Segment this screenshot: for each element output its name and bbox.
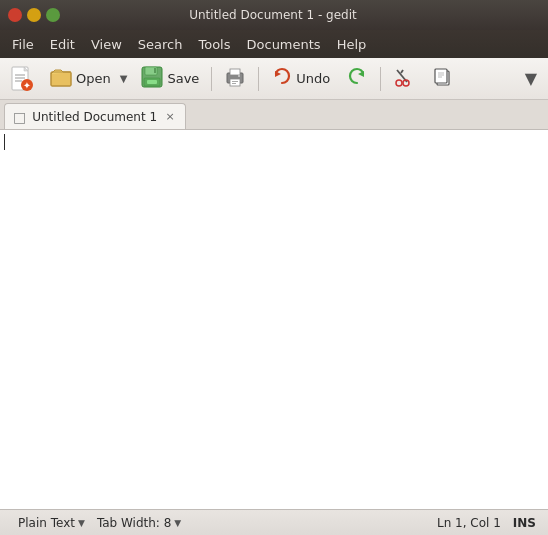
- undo-label: Undo: [296, 71, 330, 86]
- maximize-button[interactable]: [46, 8, 60, 22]
- toolbar: ✦ Open ▼: [0, 58, 548, 100]
- menu-documents[interactable]: Documents: [239, 34, 329, 55]
- toolbar-sep-3: [380, 67, 381, 91]
- tab-width-chevron-icon: ▼: [174, 518, 181, 528]
- tabbar: □ Untitled Document 1 ×: [0, 100, 548, 130]
- svg-rect-27: [435, 69, 447, 83]
- language-selector[interactable]: Plain Text ▼: [12, 514, 91, 532]
- svg-point-24: [396, 80, 402, 86]
- new-icon: ✦: [11, 66, 33, 92]
- menubar: File Edit View Search Tools Documents He…: [0, 30, 548, 58]
- svg-marker-20: [275, 71, 281, 77]
- toolbar-more-icon: ▼: [525, 69, 537, 88]
- menu-file[interactable]: File: [4, 34, 42, 55]
- editor-area[interactable]: [0, 130, 548, 509]
- svg-rect-16: [230, 79, 240, 86]
- titlebar: Untitled Document 1 - gedit: [0, 0, 548, 30]
- cut-button[interactable]: [386, 62, 422, 96]
- copy-button[interactable]: [424, 62, 460, 96]
- toolbar-sep-1: [211, 67, 212, 91]
- language-chevron-icon: ▼: [78, 518, 85, 528]
- undo-button[interactable]: Undo: [264, 62, 337, 96]
- print-button[interactable]: [217, 62, 253, 96]
- svg-marker-21: [358, 71, 364, 77]
- new-button[interactable]: ✦: [4, 62, 40, 96]
- svg-text:✦: ✦: [23, 80, 31, 91]
- redo-button[interactable]: [339, 62, 375, 96]
- document-tab[interactable]: □ Untitled Document 1 ×: [4, 103, 186, 129]
- tab-label: Untitled Document 1: [32, 110, 157, 124]
- tab-width-label: Tab Width: 8: [97, 516, 171, 530]
- print-icon: [224, 66, 246, 91]
- status-right: Ln 1, Col 1 INS: [437, 516, 536, 530]
- svg-rect-7: [51, 72, 71, 86]
- tab-width-selector[interactable]: Tab Width: 8 ▼: [91, 514, 187, 532]
- toolbar-sep-2: [258, 67, 259, 91]
- save-icon: [140, 65, 164, 92]
- menu-edit[interactable]: Edit: [42, 34, 83, 55]
- menu-help[interactable]: Help: [329, 34, 375, 55]
- redo-icon: [346, 66, 368, 91]
- close-button[interactable]: [8, 8, 22, 22]
- open-dropdown-button[interactable]: ▼: [115, 62, 132, 96]
- menu-view[interactable]: View: [83, 34, 130, 55]
- svg-rect-15: [230, 69, 240, 75]
- language-label: Plain Text: [18, 516, 75, 530]
- cursor-position: Ln 1, Col 1: [437, 516, 501, 530]
- svg-rect-18: [232, 83, 236, 84]
- toolbar-more-button[interactable]: ▼: [518, 62, 544, 96]
- menu-tools[interactable]: Tools: [190, 34, 238, 55]
- save-label: Save: [167, 71, 199, 86]
- copy-icon: [431, 66, 453, 91]
- window-buttons: [8, 8, 60, 22]
- text-cursor: [4, 134, 5, 150]
- undo-icon: [271, 66, 293, 91]
- svg-line-23: [401, 70, 403, 73]
- insert-mode-indicator: INS: [513, 516, 536, 530]
- open-icon: [49, 65, 73, 92]
- save-button[interactable]: Save: [133, 62, 206, 96]
- window-title: Untitled Document 1 - gedit: [66, 8, 480, 22]
- svg-rect-11: [154, 68, 156, 73]
- open-button-group[interactable]: Open ▼: [42, 62, 131, 96]
- open-label: Open: [76, 71, 111, 86]
- svg-rect-13: [147, 80, 157, 84]
- svg-rect-17: [232, 81, 238, 82]
- menu-search[interactable]: Search: [130, 34, 191, 55]
- statusbar: Plain Text ▼ Tab Width: 8 ▼ Ln 1, Col 1 …: [0, 509, 548, 535]
- tab-doc-icon: □: [13, 109, 26, 125]
- svg-point-19: [238, 75, 240, 77]
- minimize-button[interactable]: [27, 8, 41, 22]
- tab-close-button[interactable]: ×: [163, 110, 177, 124]
- open-button[interactable]: Open: [42, 62, 115, 96]
- open-dropdown-icon: ▼: [120, 73, 128, 84]
- cut-icon: [393, 66, 415, 91]
